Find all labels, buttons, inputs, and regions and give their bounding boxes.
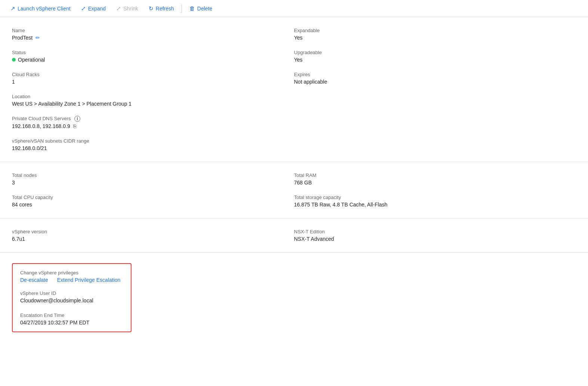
location-field: Location West US > Availability Zone 1 >… (12, 94, 294, 107)
total-cpu-field: Total CPU capacity 84 cores (12, 194, 294, 208)
nsx-edition-label: NSX-T Edition (294, 229, 576, 234)
toolbar-separator (182, 4, 182, 13)
copy-icon[interactable]: ⎘ (73, 123, 76, 129)
vsphere-version-label: vSphere version (12, 229, 294, 234)
vsphere-grid: vSphere version 6.7u1 NSX-T Edition NSX-… (12, 229, 576, 242)
shrink-icon: ⤢ (116, 5, 121, 12)
expandable-label: Expandable (294, 28, 576, 33)
cloud-racks-value: 1 (12, 79, 294, 85)
upgradeable-value: Yes (294, 57, 576, 63)
vsphere-user-id-label: vSphere User ID (20, 290, 123, 296)
vsphere-right: NSX-T Edition NSX-T Advanced (294, 229, 576, 242)
total-ram-label: Total RAM (294, 172, 576, 178)
privilege-change-label: Change vSphere privileges (20, 270, 123, 276)
refresh-icon: ↻ (149, 5, 154, 12)
delete-icon: 🗑 (189, 5, 195, 12)
extend-privilege-link[interactable]: Extend Privilege Escalation (57, 277, 121, 283)
content-area: Name ProdTest ✏ Status Operational Cloud… (0, 17, 588, 343)
total-storage-field: Total storage capacity 16.875 TB Raw, 4.… (294, 194, 576, 208)
total-cpu-value: 84 cores (12, 202, 294, 208)
total-ram-field: Total RAM 768 GB (294, 172, 576, 186)
expandable-field: Expandable Yes (294, 28, 576, 41)
capacity-grid: Total nodes 3 Total CPU capacity 84 core… (12, 172, 576, 208)
status-row: Operational (12, 57, 294, 63)
expires-label: Expires (294, 72, 576, 77)
edit-icon[interactable]: ✏ (35, 35, 40, 41)
basic-info-left: Name ProdTest ✏ Status Operational Cloud… (12, 28, 294, 151)
dns-row: 192.168.0.8, 192.168.0.9 ⎘ (12, 123, 294, 129)
basic-info-right: Expandable Yes Upgradeable Yes Expires N… (294, 28, 576, 151)
nsx-edition-value: NSX-T Advanced (294, 236, 576, 242)
info-icon[interactable]: i (74, 116, 80, 122)
total-storage-label: Total storage capacity (294, 194, 576, 200)
total-nodes-value: 3 (12, 180, 294, 186)
refresh-label: Refresh (156, 6, 174, 12)
refresh-button[interactable]: ↻ Refresh (144, 3, 179, 14)
expand-button[interactable]: ⤢ Expand (77, 3, 110, 14)
vsphere-version-field: vSphere version 6.7u1 (12, 229, 294, 242)
dns-label: Private Cloud DNS Servers i (12, 116, 294, 122)
capacity-section: Total nodes 3 Total CPU capacity 84 core… (0, 162, 588, 218)
total-nodes-field: Total nodes 3 (12, 172, 294, 186)
shrink-label: Shrink (123, 6, 138, 12)
total-ram-value: 768 GB (294, 180, 576, 186)
privilege-section: Change vSphere privileges De-escalate Ex… (0, 253, 588, 343)
location-label: Location (12, 94, 294, 99)
delete-button[interactable]: 🗑 Delete (185, 3, 217, 14)
vsphere-user-id-field: vSphere User ID Cloudowner@cloudsimple.l… (20, 290, 123, 303)
upgradeable-field: Upgradeable Yes (294, 50, 576, 63)
launch-icon: ↗ (10, 5, 15, 12)
upgradeable-label: Upgradeable (294, 50, 576, 55)
toolbar: ↗ Launch vSphere Client ⤢ Expand ⤢ Shrin… (0, 0, 588, 17)
status-dot (12, 58, 16, 62)
dns-value: 192.168.0.8, 192.168.0.9 (12, 123, 70, 129)
vsphere-section: vSphere version 6.7u1 NSX-T Edition NSX-… (0, 218, 588, 253)
cloud-racks-field: Cloud Racks 1 (12, 72, 294, 85)
total-storage-value: 16.875 TB Raw, 4.8 TB Cache, All-Flash (294, 202, 576, 208)
cidr-value: 192.168.0.0/21 (12, 145, 294, 151)
deescalate-link[interactable]: De-escalate (20, 277, 48, 283)
status-value: Operational (18, 57, 45, 63)
basic-info-grid: Name ProdTest ✏ Status Operational Cloud… (12, 28, 576, 151)
capacity-left: Total nodes 3 Total CPU capacity 84 core… (12, 172, 294, 208)
cidr-label: vSphere/vSAN subnets CIDR range (12, 138, 294, 144)
total-nodes-label: Total nodes (12, 172, 294, 178)
cidr-field: vSphere/vSAN subnets CIDR range 192.168.… (12, 138, 294, 151)
shrink-button[interactable]: ⤢ Shrink (112, 3, 143, 14)
name-label: Name (12, 28, 294, 33)
total-cpu-label: Total CPU capacity (12, 194, 294, 200)
capacity-right: Total RAM 768 GB Total storage capacity … (294, 172, 576, 208)
status-field: Status Operational (12, 50, 294, 63)
launch-vsphere-button[interactable]: ↗ Launch vSphere Client (6, 3, 75, 14)
expires-value: Not applicable (294, 79, 576, 85)
privilege-links: De-escalate Extend Privilege Escalation (20, 277, 123, 283)
basic-info-section: Name ProdTest ✏ Status Operational Cloud… (0, 17, 588, 162)
privilege-box: Change vSphere privileges De-escalate Ex… (12, 263, 131, 332)
name-field: Name ProdTest ✏ (12, 28, 294, 41)
escalation-end-value: 04/27/2019 10:32:57 PM EDT (20, 320, 123, 326)
vsphere-version-value: 6.7u1 (12, 236, 294, 242)
launch-label: Launch vSphere Client (18, 6, 71, 12)
name-value: ProdTest (12, 35, 33, 41)
status-label: Status (12, 50, 294, 55)
nsx-edition-field: NSX-T Edition NSX-T Advanced (294, 229, 576, 242)
vsphere-user-id-value: Cloudowner@cloudsimple.local (20, 298, 123, 303)
delete-label: Delete (197, 6, 212, 12)
expand-label: Expand (88, 6, 106, 12)
expand-icon: ⤢ (81, 5, 86, 12)
vsphere-left: vSphere version 6.7u1 (12, 229, 294, 242)
expires-field: Expires Not applicable (294, 72, 576, 85)
dns-field: Private Cloud DNS Servers i 192.168.0.8,… (12, 116, 294, 129)
cloud-racks-label: Cloud Racks (12, 72, 294, 77)
expandable-value: Yes (294, 35, 576, 41)
escalation-end-label: Escalation End Time (20, 312, 123, 318)
name-row: ProdTest ✏ (12, 35, 294, 41)
escalation-end-field: Escalation End Time 04/27/2019 10:32:57 … (20, 312, 123, 326)
location-value: West US > Availability Zone 1 > Placemen… (12, 101, 294, 107)
